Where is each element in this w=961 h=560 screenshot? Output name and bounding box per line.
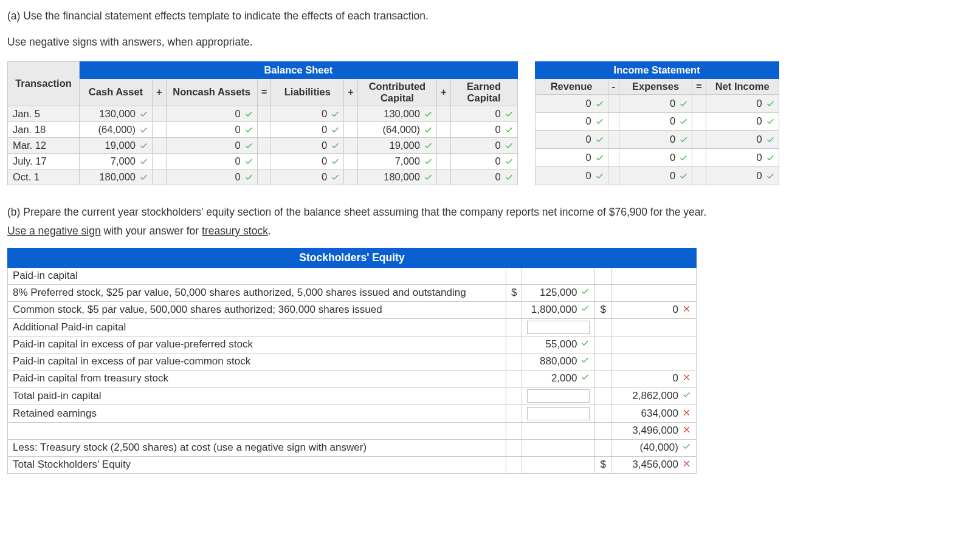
row-pic-comm: Paid-in capital in excess of par value-c… [8, 353, 506, 370]
row-date: Oct. 1 [8, 169, 80, 185]
cell-value[interactable]: 0 [728, 115, 762, 127]
cell-value[interactable]: 0 [641, 152, 675, 163]
val-pic-pref[interactable]: 55,000 [529, 338, 577, 350]
input-total-pic[interactable] [527, 389, 590, 403]
part-a-sub: Use negative signs with answers, when ap… [7, 35, 954, 50]
check-icon [424, 172, 433, 182]
sub-pre: Use a negative sign [7, 225, 101, 237]
check-icon [331, 141, 340, 150]
cell-value[interactable]: 0 [207, 124, 241, 135]
check-icon [766, 171, 775, 180]
row-retained: Retained earnings [8, 405, 506, 422]
cell-value[interactable]: 0 [467, 108, 501, 120]
part-b-sub: Use a negative sign with your answer for… [7, 224, 954, 239]
cell-value[interactable]: 0 [293, 171, 327, 183]
cell-value[interactable]: 0 [207, 155, 241, 167]
cell-value[interactable]: 0 [207, 108, 241, 120]
stockholders-equity-table: Stockholders' Equity Paid-in capital 8% … [7, 248, 697, 474]
table-row: Common stock, $5 par value, 500,000 shar… [8, 301, 697, 318]
cell-value[interactable]: 0 [641, 115, 675, 127]
val-pic-comm[interactable]: 880,000 [529, 355, 577, 367]
check-icon [766, 99, 775, 108]
val-total-se[interactable]: 3,456,000 [622, 459, 678, 471]
check-icon [331, 157, 340, 166]
dollar-sign: $ [595, 456, 611, 473]
col-transaction: Transaction [8, 61, 80, 106]
cell-value[interactable]: 0 [293, 140, 327, 151]
cell-value[interactable]: 130,000 [384, 108, 420, 120]
cell-value[interactable]: 0 [207, 140, 241, 151]
input-apic[interactable] [527, 321, 590, 334]
cell-value[interactable]: 0 [641, 134, 675, 145]
val-retained[interactable]: 634,000 [622, 408, 678, 420]
check-icon [244, 172, 253, 182]
val-common[interactable]: 1,800,000 [529, 304, 577, 316]
table-row: Less: Treasury stock (2,500 shares) at c… [8, 439, 697, 456]
cell-value[interactable]: 0 [641, 98, 675, 109]
cell-value[interactable]: (64,000) [382, 124, 419, 135]
cell-value[interactable]: 0 [728, 152, 762, 163]
cell-value[interactable]: 0 [293, 124, 327, 135]
cell-value[interactable]: 180,000 [99, 171, 136, 183]
op-plus-icon: + [436, 78, 450, 106]
check-icon [580, 355, 590, 364]
val-subtotal[interactable]: 3,496,000 [622, 425, 678, 437]
check-icon [595, 117, 604, 126]
cell-value[interactable]: 0 [557, 98, 591, 109]
check-icon [679, 99, 688, 108]
cell-value[interactable]: 7,000 [386, 155, 420, 167]
table-row: 000 [535, 166, 779, 185]
table-row: 000 [535, 149, 779, 167]
cell-value[interactable]: 0 [207, 171, 241, 183]
table-row: Paid-in capital from treasury stock 2,00… [8, 370, 697, 387]
check-icon [766, 117, 775, 126]
cell-value[interactable]: 0 [293, 155, 327, 167]
cell-value[interactable]: 0 [557, 115, 591, 127]
cell-value[interactable]: 0 [728, 134, 762, 145]
input-retained[interactable] [527, 407, 590, 420]
check-icon [595, 135, 604, 144]
check-icon [505, 141, 514, 150]
check-icon [139, 125, 148, 134]
cell-value[interactable]: 0 [557, 170, 591, 182]
val-pic-treasury-b[interactable]: 0 [622, 372, 678, 384]
table-row: Jan. 5130,00000130,0000 [8, 106, 518, 121]
cell-value[interactable]: 0 [557, 134, 591, 145]
cell-value[interactable]: 0 [467, 155, 501, 167]
cell-value[interactable]: 0 [557, 152, 591, 163]
cell-value[interactable]: 0 [467, 140, 501, 151]
cell-value[interactable]: 0 [728, 170, 762, 182]
check-icon [424, 141, 433, 150]
col-net: Net Income [706, 78, 779, 94]
cell-value[interactable]: 7,000 [102, 155, 136, 167]
check-icon [139, 109, 148, 118]
cell-value[interactable]: 0 [467, 171, 501, 183]
check-icon [424, 109, 433, 118]
val-common-total[interactable]: 0 [622, 304, 678, 316]
check-icon [580, 287, 590, 296]
table-row: Mar. 1219,0000019,0000 [8, 137, 518, 153]
col-earned: Earned Capital [450, 78, 517, 106]
cell-value[interactable]: 130,000 [99, 108, 136, 120]
row-apic: Additional Paid-in capital [8, 318, 506, 336]
cell-value[interactable]: 180,000 [384, 171, 420, 183]
cell-value[interactable]: 0 [467, 124, 501, 135]
dollar-sign: $ [506, 284, 522, 301]
val-preferred[interactable]: 125,000 [529, 287, 577, 299]
check-icon [331, 125, 340, 134]
val-treasury[interactable]: (40,000) [622, 442, 678, 454]
cell-value[interactable]: 0 [641, 170, 675, 182]
cell-value[interactable]: 0 [293, 108, 327, 120]
val-total-pic[interactable]: 2,862,000 [622, 390, 678, 402]
val-pic-treasury[interactable]: 2,000 [529, 372, 577, 384]
table-row: Paid-in capital in excess of par value-c… [8, 353, 697, 370]
check-icon [766, 135, 775, 144]
cell-value[interactable]: 19,000 [102, 140, 136, 151]
cell-value[interactable]: (64,000) [98, 124, 136, 135]
check-icon [244, 157, 253, 166]
cell-value[interactable]: 0 [728, 98, 762, 109]
check-icon [331, 172, 340, 182]
cell-value[interactable]: 19,000 [386, 140, 420, 151]
row-date: Jan. 5 [8, 106, 80, 121]
check-icon [580, 338, 590, 347]
